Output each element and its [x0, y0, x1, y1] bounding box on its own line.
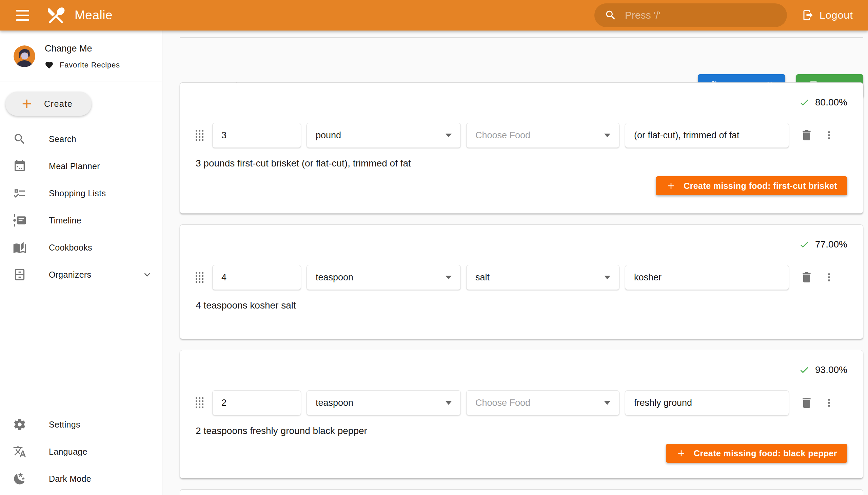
confidence-row: 93.00%	[195, 364, 847, 375]
logout-button[interactable]: Logout	[797, 6, 858, 25]
drag-handle-icon[interactable]	[195, 130, 203, 141]
note-input[interactable]	[625, 272, 789, 283]
sidebar-item-settings[interactable]: Settings	[0, 411, 162, 438]
sidebar-item-meal-planner[interactable]: Meal Planner	[0, 153, 162, 180]
sidebar-item-cookbooks[interactable]: Cookbooks	[0, 234, 162, 261]
dropdown-caret-icon	[445, 276, 452, 279]
food-input[interactable]	[466, 130, 619, 141]
quantity-field[interactable]	[212, 265, 301, 290]
search-input[interactable]	[625, 10, 777, 21]
sidebar-item-organizers[interactable]: Organizers	[0, 261, 162, 288]
search-icon	[605, 9, 617, 21]
delete-ingredient-button[interactable]	[800, 129, 813, 142]
note-field[interactable]	[625, 265, 789, 290]
favorite-recipes-label: Favorite Recipes	[60, 61, 120, 69]
unit-select[interactable]	[307, 265, 461, 290]
sidebar: Change Me Favorite Recipes Create Search…	[0, 31, 163, 495]
kebab-icon	[823, 271, 835, 284]
missing-food-row: Create missing food: black pepper	[195, 444, 847, 463]
sidebar-item-label: Shopping Lists	[49, 188, 106, 198]
food-input[interactable]	[466, 272, 619, 283]
confidence-row: 80.00%	[195, 97, 847, 108]
quantity-input[interactable]	[212, 272, 301, 283]
delete-ingredient-button[interactable]	[800, 271, 813, 284]
quantity-field[interactable]	[212, 123, 301, 148]
ingredient-card: 93.00% 2 teaspoons freshly ground black …	[180, 350, 863, 478]
plus-icon	[676, 448, 686, 458]
user-block[interactable]: Change Me Favorite Recipes	[0, 31, 162, 69]
magnify-icon	[13, 132, 27, 146]
confidence-value: 77.00%	[815, 239, 847, 250]
sidebar-divider	[0, 81, 162, 81]
mealie-silverware-logo-icon	[46, 5, 66, 26]
user-name: Change Me	[45, 44, 120, 54]
food-select[interactable]	[466, 390, 619, 415]
global-search[interactable]	[594, 3, 787, 27]
scrolled-card-edge	[180, 37, 863, 38]
quantity-input[interactable]	[212, 130, 301, 141]
translate-icon	[13, 445, 27, 458]
food-select[interactable]	[466, 265, 619, 290]
create-missing-food-button[interactable]: Create missing food: first-cut brisket	[656, 176, 847, 195]
sidebar-item-timeline[interactable]: Timeline	[0, 207, 162, 234]
note-input[interactable]	[625, 398, 789, 408]
sidebar-item-label: Timeline	[49, 216, 81, 225]
favorite-recipes-link[interactable]: Favorite Recipes	[45, 61, 120, 69]
logout-label: Logout	[819, 10, 853, 21]
ingredient-menu-button[interactable]	[823, 397, 835, 409]
ingredient-menu-button[interactable]	[823, 129, 835, 141]
dropdown-caret-icon	[604, 276, 610, 279]
create-label: Create	[44, 99, 72, 109]
kebab-icon	[823, 397, 835, 409]
list-checks-icon	[13, 186, 27, 200]
unit-input[interactable]	[307, 398, 460, 408]
trash-icon	[800, 271, 813, 284]
ingredient-card: 80.00% 3 pounds first-cut brisket (or fl…	[180, 82, 863, 214]
drag-handle-icon[interactable]	[195, 272, 203, 283]
hamburger-menu-icon[interactable]	[13, 6, 33, 24]
create-missing-food-button[interactable]: Create missing food: black pepper	[666, 444, 847, 463]
trash-icon	[800, 396, 813, 410]
drag-handle-icon[interactable]	[195, 397, 203, 408]
confidence-row: 77.00%	[195, 239, 847, 250]
check-icon	[799, 97, 810, 108]
ingredient-card-partial	[180, 489, 863, 495]
app-title: Mealie	[74, 8, 113, 22]
ingredient-cards: 80.00% 3 pounds first-cut brisket (or fl…	[180, 82, 863, 495]
sidebar-item-search[interactable]: Search	[0, 125, 162, 153]
unit-input[interactable]	[307, 272, 460, 283]
user-text: Change Me Favorite Recipes	[45, 44, 120, 69]
gear-icon	[13, 418, 27, 431]
trash-icon	[800, 129, 813, 142]
delete-ingredient-button[interactable]	[800, 396, 813, 410]
dropdown-caret-icon	[445, 134, 452, 137]
food-input[interactable]	[466, 398, 619, 408]
calendar-icon	[13, 159, 27, 173]
chevron-down-icon[interactable]	[141, 269, 153, 280]
food-select[interactable]	[466, 123, 619, 148]
note-field[interactable]	[625, 123, 789, 148]
create-button[interactable]: Create	[5, 91, 91, 116]
quantity-field[interactable]	[212, 390, 301, 415]
unit-input[interactable]	[307, 130, 460, 141]
ingredient-menu-button[interactable]	[823, 271, 835, 284]
book-open-icon	[13, 241, 27, 254]
sidebar-footer-nav: Settings Language Dark Mode	[0, 411, 162, 492]
dropdown-caret-icon	[445, 401, 452, 405]
check-icon	[799, 364, 810, 375]
sidebar-item-label: Dark Mode	[49, 474, 91, 484]
confidence-value: 93.00%	[815, 364, 847, 375]
sidebar-item-shopping-lists[interactable]: Shopping Lists	[0, 180, 162, 207]
quantity-input[interactable]	[212, 398, 301, 408]
sidebar-item-language[interactable]: Language	[0, 438, 162, 465]
app-bar: Mealie Logout	[0, 0, 868, 31]
check-icon	[799, 239, 810, 250]
note-field[interactable]	[625, 390, 789, 415]
unit-select[interactable]	[307, 390, 461, 415]
plus-icon	[20, 97, 34, 111]
note-input[interactable]	[625, 130, 789, 141]
unit-select[interactable]	[307, 123, 461, 148]
sidebar-item-dark-mode[interactable]: Dark Mode	[0, 465, 162, 492]
create-missing-food-label: Create missing food: first-cut brisket	[683, 181, 837, 191]
moon-icon	[13, 472, 27, 485]
